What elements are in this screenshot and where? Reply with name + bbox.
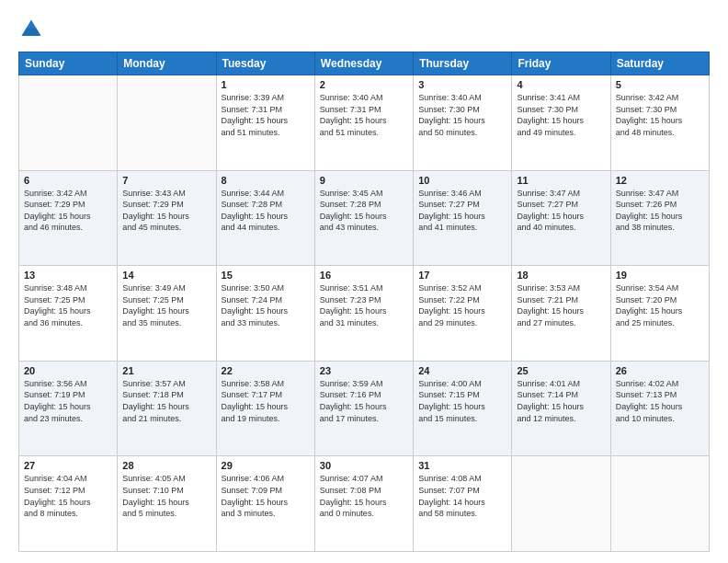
day-info: Sunrise: 4:00 AM Sunset: 7:15 PM Dayligh…: [418, 378, 506, 424]
day-info: Sunrise: 3:45 AM Sunset: 7:28 PM Dayligh…: [320, 188, 408, 234]
day-info: Sunrise: 3:59 AM Sunset: 7:16 PM Dayligh…: [320, 378, 408, 424]
day-cell: 30Sunrise: 4:07 AM Sunset: 7:08 PM Dayli…: [314, 456, 413, 552]
weekday-header-friday: Friday: [512, 52, 610, 75]
weekday-header-thursday: Thursday: [414, 52, 512, 75]
day-number: 21: [122, 365, 210, 376]
day-cell: 17Sunrise: 3:52 AM Sunset: 7:22 PM Dayli…: [414, 266, 512, 362]
day-info: Sunrise: 3:42 AM Sunset: 7:29 PM Dayligh…: [24, 188, 112, 234]
day-cell: 15Sunrise: 3:50 AM Sunset: 7:24 PM Dayli…: [216, 266, 314, 362]
day-number: 10: [418, 175, 506, 186]
day-info: Sunrise: 3:50 AM Sunset: 7:24 PM Dayligh…: [222, 282, 310, 328]
day-info: Sunrise: 4:06 AM Sunset: 7:09 PM Dayligh…: [222, 473, 310, 519]
day-cell: 7Sunrise: 3:43 AM Sunset: 7:29 PM Daylig…: [118, 170, 216, 266]
day-info: Sunrise: 3:53 AM Sunset: 7:21 PM Dayligh…: [517, 282, 605, 328]
week-row-4: 20Sunrise: 3:56 AM Sunset: 7:19 PM Dayli…: [19, 361, 710, 456]
day-cell: 26Sunrise: 4:02 AM Sunset: 7:13 PM Dayli…: [610, 361, 709, 456]
day-cell: 11Sunrise: 3:47 AM Sunset: 7:27 PM Dayli…: [512, 170, 610, 266]
week-row-5: 27Sunrise: 4:04 AM Sunset: 7:12 PM Dayli…: [19, 456, 710, 552]
day-info: Sunrise: 3:40 AM Sunset: 7:31 PM Dayligh…: [320, 92, 408, 138]
day-number: 23: [320, 365, 408, 376]
day-cell: 27Sunrise: 4:04 AM Sunset: 7:12 PM Dayli…: [19, 456, 118, 552]
day-info: Sunrise: 3:51 AM Sunset: 7:23 PM Dayligh…: [320, 282, 408, 328]
day-info: Sunrise: 4:08 AM Sunset: 7:07 PM Dayligh…: [418, 473, 506, 519]
day-cell: 20Sunrise: 3:56 AM Sunset: 7:19 PM Dayli…: [19, 361, 118, 456]
logo: [18, 17, 48, 42]
day-info: Sunrise: 4:02 AM Sunset: 7:13 PM Dayligh…: [616, 378, 704, 424]
day-number: 1: [222, 79, 310, 90]
header: [18, 17, 710, 42]
day-number: 17: [418, 270, 506, 281]
day-info: Sunrise: 3:58 AM Sunset: 7:17 PM Dayligh…: [222, 378, 310, 424]
day-cell: 23Sunrise: 3:59 AM Sunset: 7:16 PM Dayli…: [314, 361, 413, 456]
day-number: 31: [418, 460, 506, 471]
day-number: 27: [24, 460, 112, 471]
day-number: 24: [418, 365, 506, 376]
day-cell: 3Sunrise: 3:40 AM Sunset: 7:30 PM Daylig…: [414, 75, 512, 171]
day-number: 13: [24, 270, 112, 281]
svg-marker-1: [22, 28, 41, 36]
weekday-header-wednesday: Wednesday: [314, 52, 413, 75]
day-cell: [19, 75, 118, 171]
day-info: Sunrise: 3:39 AM Sunset: 7:31 PM Dayligh…: [222, 92, 310, 138]
day-cell: 1Sunrise: 3:39 AM Sunset: 7:31 PM Daylig…: [216, 75, 314, 171]
day-number: 16: [320, 270, 408, 281]
day-number: 30: [320, 460, 408, 471]
day-cell: [512, 456, 610, 552]
page: SundayMondayTuesdayWednesdayThursdayFrid…: [0, 0, 728, 563]
day-info: Sunrise: 3:44 AM Sunset: 7:28 PM Dayligh…: [222, 188, 310, 234]
day-cell: 9Sunrise: 3:45 AM Sunset: 7:28 PM Daylig…: [314, 170, 413, 266]
day-cell: 29Sunrise: 4:06 AM Sunset: 7:09 PM Dayli…: [216, 456, 314, 552]
day-number: 29: [222, 460, 310, 471]
day-info: Sunrise: 3:43 AM Sunset: 7:29 PM Dayligh…: [122, 188, 210, 234]
day-info: Sunrise: 3:49 AM Sunset: 7:25 PM Dayligh…: [122, 282, 210, 328]
day-cell: 28Sunrise: 4:05 AM Sunset: 7:10 PM Dayli…: [118, 456, 216, 552]
day-number: 18: [517, 270, 605, 281]
day-info: Sunrise: 3:54 AM Sunset: 7:20 PM Dayligh…: [616, 282, 704, 328]
day-cell: 14Sunrise: 3:49 AM Sunset: 7:25 PM Dayli…: [118, 266, 216, 362]
weekday-header-saturday: Saturday: [610, 52, 709, 75]
day-info: Sunrise: 3:47 AM Sunset: 7:26 PM Dayligh…: [616, 188, 704, 234]
day-number: 8: [222, 175, 310, 186]
day-number: 22: [222, 365, 310, 376]
day-number: 28: [122, 460, 210, 471]
day-number: 5: [616, 79, 704, 90]
day-number: 9: [320, 175, 408, 186]
day-number: 12: [616, 175, 704, 186]
week-row-2: 6Sunrise: 3:42 AM Sunset: 7:29 PM Daylig…: [19, 170, 710, 266]
day-info: Sunrise: 3:42 AM Sunset: 7:30 PM Dayligh…: [616, 92, 704, 138]
week-row-3: 13Sunrise: 3:48 AM Sunset: 7:25 PM Dayli…: [19, 266, 710, 362]
day-cell: 25Sunrise: 4:01 AM Sunset: 7:14 PM Dayli…: [512, 361, 610, 456]
day-number: 2: [320, 79, 408, 90]
day-info: Sunrise: 3:46 AM Sunset: 7:27 PM Dayligh…: [418, 188, 506, 234]
day-number: 6: [24, 175, 112, 186]
day-cell: 21Sunrise: 3:57 AM Sunset: 7:18 PM Dayli…: [118, 361, 216, 456]
day-number: 26: [616, 365, 704, 376]
day-info: Sunrise: 3:41 AM Sunset: 7:30 PM Dayligh…: [517, 92, 605, 138]
day-number: 14: [122, 270, 210, 281]
weekday-header-row: SundayMondayTuesdayWednesdayThursdayFrid…: [19, 52, 710, 75]
week-row-1: 1Sunrise: 3:39 AM Sunset: 7:31 PM Daylig…: [19, 75, 710, 171]
logo-icon: [18, 17, 44, 42]
day-cell: 10Sunrise: 3:46 AM Sunset: 7:27 PM Dayli…: [414, 170, 512, 266]
day-info: Sunrise: 4:05 AM Sunset: 7:10 PM Dayligh…: [122, 473, 210, 519]
day-info: Sunrise: 3:56 AM Sunset: 7:19 PM Dayligh…: [24, 378, 112, 424]
weekday-header-sunday: Sunday: [19, 52, 118, 75]
day-number: 25: [517, 365, 605, 376]
day-cell: 16Sunrise: 3:51 AM Sunset: 7:23 PM Dayli…: [314, 266, 413, 362]
day-cell: 31Sunrise: 4:08 AM Sunset: 7:07 PM Dayli…: [414, 456, 512, 552]
day-info: Sunrise: 3:40 AM Sunset: 7:30 PM Dayligh…: [418, 92, 506, 138]
day-cell: 6Sunrise: 3:42 AM Sunset: 7:29 PM Daylig…: [19, 170, 118, 266]
day-cell: 22Sunrise: 3:58 AM Sunset: 7:17 PM Dayli…: [216, 361, 314, 456]
day-info: Sunrise: 3:48 AM Sunset: 7:25 PM Dayligh…: [24, 282, 112, 328]
day-cell: 24Sunrise: 4:00 AM Sunset: 7:15 PM Dayli…: [414, 361, 512, 456]
day-number: 15: [222, 270, 310, 281]
calendar: SundayMondayTuesdayWednesdayThursdayFrid…: [18, 52, 710, 552]
day-number: 11: [517, 175, 605, 186]
day-cell: 18Sunrise: 3:53 AM Sunset: 7:21 PM Dayli…: [512, 266, 610, 362]
day-info: Sunrise: 4:01 AM Sunset: 7:14 PM Dayligh…: [517, 378, 605, 424]
weekday-header-monday: Monday: [118, 52, 216, 75]
day-cell: 8Sunrise: 3:44 AM Sunset: 7:28 PM Daylig…: [216, 170, 314, 266]
day-info: Sunrise: 4:04 AM Sunset: 7:12 PM Dayligh…: [24, 473, 112, 519]
day-info: Sunrise: 3:57 AM Sunset: 7:18 PM Dayligh…: [122, 378, 210, 424]
day-number: 20: [24, 365, 112, 376]
